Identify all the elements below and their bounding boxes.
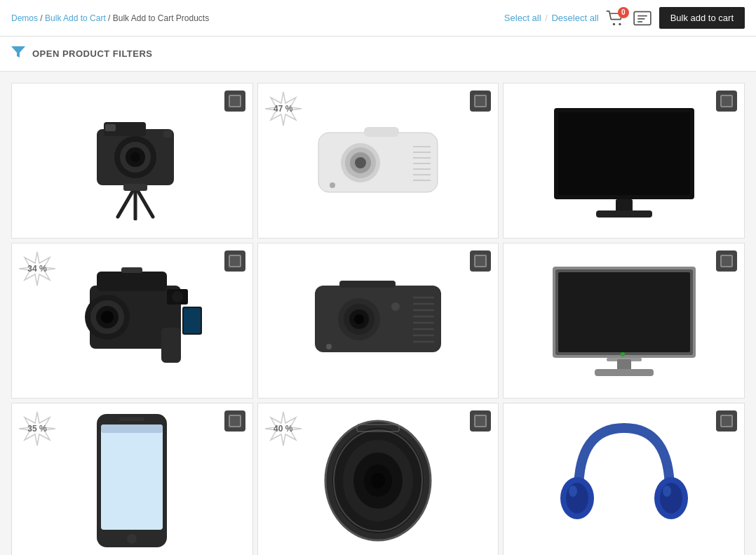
svg-point-72 — [621, 352, 625, 356]
svg-line-15 — [118, 187, 135, 217]
svg-rect-38 — [596, 210, 652, 218]
deselect-all-link[interactable]: Deselect all — [551, 13, 598, 23]
svg-point-65 — [391, 302, 400, 311]
product-checkbox-5[interactable] — [470, 250, 491, 272]
product-checkbox-6[interactable] — [716, 250, 737, 272]
breadcrumb-demos[interactable]: Demos — [11, 13, 38, 23]
projector-white-svg — [304, 112, 452, 210]
product-checkbox-2[interactable] — [470, 91, 491, 112]
svg-rect-18 — [123, 184, 147, 191]
svg-rect-37 — [616, 199, 633, 212]
product-image-1 — [12, 83, 252, 238]
svg-point-80 — [133, 417, 137, 421]
svg-line-17 — [135, 187, 153, 217]
discount-badge-7: 35 % — [19, 410, 55, 447]
discount-badge-8: 40 % — [265, 410, 302, 447]
breadcrumb-current: Bulk Add to Cart Products — [113, 13, 209, 23]
badge-text-4: 34 % — [27, 264, 46, 274]
svg-point-93 — [566, 483, 588, 514]
svg-point-47 — [172, 291, 183, 302]
breadcrumb: Demos / Bulk Add to Cart / Bulk Add to C… — [11, 13, 209, 23]
projector-dark-svg — [304, 268, 452, 373]
svg-point-33 — [330, 182, 335, 188]
badge-text-7: 35 % — [27, 424, 46, 434]
svg-point-97 — [663, 486, 671, 497]
camcorder-svg — [55, 258, 209, 384]
bulk-add-to-cart-button[interactable]: Bulk add to cart — [659, 7, 745, 29]
filter-icon — [11, 46, 25, 61]
svg-rect-36 — [558, 112, 690, 195]
product-card — [503, 83, 745, 239]
svg-point-12 — [130, 152, 140, 162]
camera-svg — [62, 101, 202, 220]
top-actions: Select all / Deselect all 0 Bulk add to … — [504, 7, 745, 29]
discount-badge-2: 47 % — [265, 91, 302, 127]
product-card — [11, 83, 253, 239]
wishlist-icon — [633, 11, 652, 26]
product-card — [257, 243, 499, 399]
svg-rect-81 — [101, 424, 163, 433]
phone-svg — [90, 410, 174, 551]
product-checkbox-8[interactable] — [470, 410, 491, 432]
cart-icon-wrap[interactable]: 0 — [606, 11, 626, 26]
product-checkbox-4[interactable] — [224, 250, 245, 272]
monitor-silver-svg — [547, 261, 701, 380]
product-image-3 — [504, 83, 744, 238]
svg-rect-50 — [184, 308, 201, 333]
svg-rect-70 — [558, 272, 690, 352]
svg-point-32 — [355, 157, 366, 168]
svg-rect-67 — [339, 281, 396, 288]
product-card — [503, 243, 745, 399]
svg-point-0 — [612, 22, 614, 25]
lens-svg — [315, 414, 441, 547]
svg-rect-73 — [617, 359, 631, 370]
svg-point-78 — [127, 534, 137, 544]
svg-rect-14 — [105, 124, 116, 131]
select-all-link[interactable]: Select all — [504, 13, 541, 23]
svg-rect-48 — [121, 267, 142, 273]
product-checkbox-7[interactable] — [224, 410, 245, 432]
product-image-6 — [504, 243, 744, 398]
discount-badge-4: 34 % — [19, 250, 55, 287]
breadcrumb-bulk-cart[interactable]: Bulk Add to Cart — [45, 13, 106, 23]
filter-bar[interactable]: OPEN PRODUCT FILTERS — [0, 36, 756, 72]
svg-point-66 — [326, 344, 332, 349]
svg-rect-13 — [163, 131, 172, 138]
product-card: 34 % — [11, 243, 253, 399]
svg-point-64 — [354, 314, 364, 324]
badge-text-2: 47 % — [274, 104, 292, 114]
product-image-5 — [258, 243, 499, 398]
svg-rect-74 — [595, 369, 654, 376]
top-bar: Demos / Bulk Add to Cart / Bulk Add to C… — [0, 0, 756, 36]
svg-rect-51 — [161, 328, 181, 363]
product-checkbox-3[interactable] — [716, 91, 737, 112]
select-links: Select all / Deselect all — [504, 13, 599, 23]
badge-text-8: 40 % — [274, 424, 292, 434]
monitor-black-svg — [547, 101, 701, 220]
product-checkbox-9[interactable] — [716, 410, 737, 432]
products-grid: 47 % — [0, 72, 756, 555]
svg-point-1 — [619, 22, 621, 25]
product-card — [503, 403, 745, 555]
svg-point-96 — [569, 486, 577, 497]
filter-label: OPEN PRODUCT FILTERS — [32, 48, 153, 59]
product-card: 40 % — [257, 403, 499, 555]
cart-badge: 0 — [618, 7, 629, 18]
svg-marker-6 — [11, 46, 25, 58]
product-card: 47 % — [257, 83, 499, 239]
headphones-svg — [558, 414, 691, 547]
product-checkbox-1[interactable] — [224, 91, 245, 112]
svg-point-95 — [660, 483, 682, 514]
svg-rect-79 — [119, 417, 144, 421]
svg-point-45 — [101, 311, 114, 323]
product-card: 35 % — [11, 403, 253, 555]
wishlist-icon-wrap[interactable] — [633, 11, 652, 26]
svg-rect-77 — [101, 424, 163, 530]
svg-rect-34 — [364, 127, 399, 137]
select-separator: / — [545, 13, 550, 23]
product-image-9 — [504, 403, 744, 555]
svg-rect-41 — [97, 272, 167, 291]
breadcrumb-sep-2: / — [108, 13, 113, 23]
svg-point-88 — [371, 473, 385, 488]
